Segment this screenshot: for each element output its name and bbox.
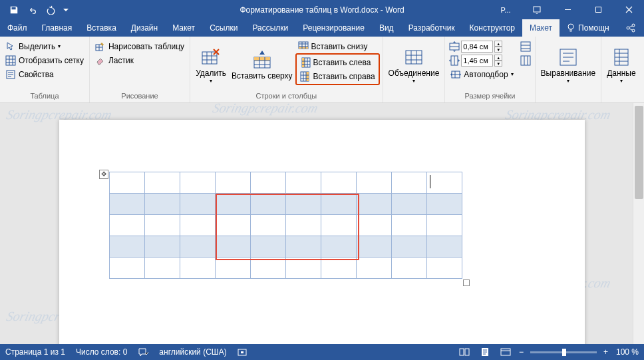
spellcheck-icon <box>138 347 148 357</box>
distribute-cols-icon <box>520 55 532 67</box>
svg-rect-31 <box>501 349 510 355</box>
tab-разработчик[interactable]: Разработчик <box>401 19 462 37</box>
draw-table-button[interactable]: Нарисовать таблицу <box>92 39 187 53</box>
page-indicator[interactable]: Страница 1 из 1 <box>0 344 71 360</box>
macro-button[interactable] <box>232 344 252 360</box>
row-height-input[interactable] <box>461 41 493 53</box>
select-button[interactable]: Выделить ▾ <box>3 39 86 53</box>
svg-point-5 <box>632 29 635 32</box>
spellcheck-button[interactable] <box>132 344 154 360</box>
zoom-out-button[interactable]: − <box>516 344 526 360</box>
language-indicator[interactable]: английский (США) <box>154 344 232 360</box>
insert-above-button[interactable]: Вставить сверху <box>229 39 295 91</box>
tab-рецензирование[interactable]: Рецензирование <box>295 19 372 37</box>
document-area: Soringpcrepair.com Soringpcrepair.com So… <box>0 103 644 344</box>
spin-up[interactable]: ▲ <box>494 41 502 47</box>
spin-down[interactable]: ▼ <box>494 61 502 67</box>
insert-right-icon <box>300 71 311 82</box>
properties-button[interactable]: Свойства <box>3 67 86 81</box>
zoom-thumb[interactable] <box>562 349 566 356</box>
document-page[interactable]: ✥ <box>59 120 585 344</box>
insert-left-icon <box>300 57 311 68</box>
svg-rect-6 <box>6 56 15 65</box>
col-width-input[interactable] <box>461 55 493 67</box>
delete-table-icon <box>200 47 222 68</box>
account-badge[interactable]: P... <box>494 2 518 18</box>
close-button[interactable] <box>613 0 644 19</box>
scrollbar-thumb[interactable] <box>635 106 643 199</box>
tab-макет[interactable]: Макет <box>165 19 202 37</box>
svg-point-4 <box>632 24 635 27</box>
vertical-scrollbar[interactable] <box>633 103 644 344</box>
tell-me[interactable]: Помощн <box>560 19 616 37</box>
macro-icon <box>238 347 247 357</box>
svg-rect-23 <box>521 56 530 65</box>
share-button[interactable] <box>617 19 644 37</box>
tab-макет[interactable]: Макет <box>522 19 560 37</box>
svg-rect-27 <box>241 351 243 353</box>
svg-rect-29 <box>465 349 469 355</box>
table-move-handle[interactable]: ✥ <box>99 170 108 179</box>
group-align: Выравнивание▾ <box>536 37 602 102</box>
merge-button[interactable]: Объединение▾ <box>386 39 442 91</box>
row-height-icon <box>449 41 460 52</box>
tab-файл[interactable]: Файл <box>0 19 35 37</box>
alignment-icon <box>558 47 579 68</box>
tab-вставка[interactable]: Вставка <box>79 19 124 37</box>
svg-rect-18 <box>406 51 422 64</box>
distribute-rows-button[interactable] <box>519 39 532 53</box>
spin-down[interactable]: ▼ <box>494 47 502 53</box>
tab-главная[interactable]: Главная <box>35 19 80 37</box>
group-cell-size: ▲▼ ▲▼ Автоподбор ▾ Размер ячейки <box>445 37 535 102</box>
table-resize-handle[interactable] <box>463 279 470 286</box>
data-icon <box>611 47 632 68</box>
group-label <box>538 92 599 101</box>
web-layout-button[interactable] <box>495 344 516 360</box>
read-mode-button[interactable] <box>454 344 475 360</box>
group-table: Выделить ▾ Отобразить сетку Свойства Таб… <box>0 37 90 102</box>
eraser-icon <box>95 55 106 66</box>
zoom-slider[interactable] <box>530 351 597 353</box>
group-data: Данные▾ <box>601 37 641 102</box>
col-width-icon <box>449 55 460 66</box>
view-gridlines-button[interactable]: Отобразить сетку <box>3 53 86 67</box>
ribbon-options-button[interactable] <box>522 0 552 19</box>
redo-button[interactable] <box>43 2 60 18</box>
alignment-button[interactable]: Выравнивание▾ <box>538 39 599 91</box>
save-button[interactable] <box>5 2 23 18</box>
eraser-button[interactable]: Ластик <box>92 53 187 67</box>
data-button[interactable]: Данные▾ <box>604 39 638 91</box>
web-layout-icon <box>500 347 511 357</box>
delete-button[interactable]: Удалить▾ <box>193 39 229 91</box>
distribute-cols-button[interactable] <box>519 53 532 67</box>
spin-up[interactable]: ▲ <box>494 55 502 61</box>
svg-rect-22 <box>521 42 530 51</box>
svg-rect-1 <box>595 7 601 13</box>
tab-конструктор[interactable]: Конструктор <box>462 19 522 37</box>
document-table[interactable] <box>109 172 462 279</box>
row-height-spinner[interactable]: ▲▼ <box>448 39 516 53</box>
minimize-button[interactable] <box>552 0 583 19</box>
insert-right-button[interactable]: Вставить справа <box>297 69 378 83</box>
zoom-in-button[interactable]: + <box>601 344 611 360</box>
col-width-spinner[interactable]: ▲▼ <box>448 53 516 67</box>
tab-вид[interactable]: Вид <box>372 19 401 37</box>
undo-button[interactable] <box>24 2 41 18</box>
print-layout-icon <box>480 347 490 357</box>
zoom-level[interactable]: 100 % <box>611 344 644 360</box>
svg-point-2 <box>568 24 573 29</box>
properties-icon <box>5 69 16 80</box>
tab-ссылки[interactable]: Ссылки <box>202 19 245 37</box>
autofit-button[interactable]: Автоподбор ▾ <box>448 67 516 81</box>
quick-access-toolbar <box>0 2 71 18</box>
insert-below-button[interactable]: Вставить снизу <box>295 39 380 53</box>
insert-left-button[interactable]: Вставить слева <box>297 55 378 69</box>
grid-icon <box>5 55 16 66</box>
word-count[interactable]: Число слов: 0 <box>71 344 132 360</box>
group-label: Таблица <box>3 92 86 101</box>
tab-рассылки[interactable]: Рассылки <box>245 19 295 37</box>
tab-дизайн[interactable]: Дизайн <box>124 19 165 37</box>
customize-qat-button[interactable] <box>61 2 71 18</box>
print-layout-button[interactable] <box>475 344 495 360</box>
maximize-button[interactable] <box>583 0 613 19</box>
